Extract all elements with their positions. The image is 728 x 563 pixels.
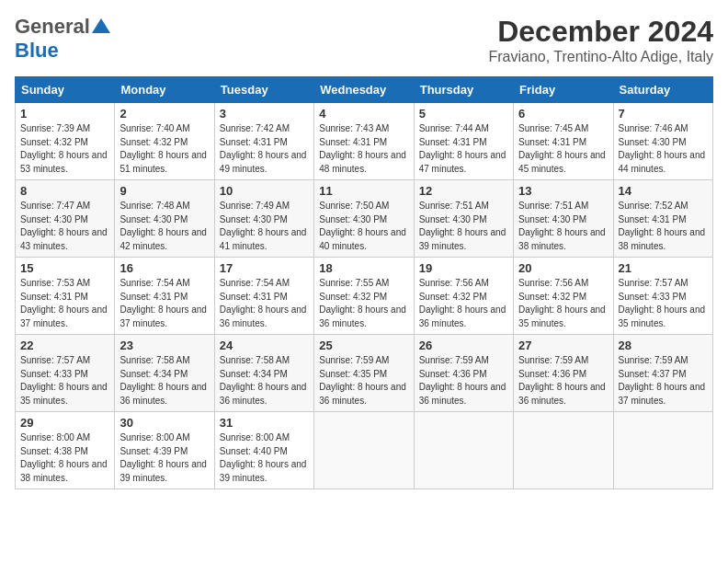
sunrise-text: Sunrise: 7:49 AM (220, 201, 290, 211)
calendar-header-row: Sunday Monday Tuesday Wednesday Thursday… (16, 77, 713, 103)
day-info: Sunrise: 7:53 AMSunset: 4:31 PMDaylight:… (20, 277, 109, 330)
table-row: 10Sunrise: 7:49 AMSunset: 4:30 PMDayligh… (214, 180, 313, 258)
daylight-text: Daylight: 8 hours and 44 minutes. (619, 150, 706, 174)
sunrise-text: Sunrise: 7:45 AM (518, 123, 588, 133)
table-row: 8Sunrise: 7:47 AMSunset: 4:30 PMDaylight… (16, 180, 115, 258)
sunrise-text: Sunrise: 7:52 AM (619, 201, 688, 211)
table-row: 30Sunrise: 8:00 AMSunset: 4:39 PMDayligh… (115, 412, 214, 489)
day-number: 1 (20, 107, 109, 121)
sunset-text: Sunset: 4:31 PM (518, 137, 586, 147)
sunset-text: Sunset: 4:32 PM (319, 292, 387, 302)
table-row: 1Sunrise: 7:39 AMSunset: 4:32 PMDaylight… (16, 103, 115, 180)
sunset-text: Sunset: 4:30 PM (119, 214, 188, 224)
sunset-text: Sunset: 4:30 PM (619, 137, 687, 147)
sunrise-text: Sunrise: 7:59 AM (319, 355, 389, 365)
day-number: 15 (20, 261, 109, 275)
table-row: 29Sunrise: 8:00 AMSunset: 4:38 PMDayligh… (16, 412, 115, 489)
day-number: 17 (220, 261, 309, 275)
col-monday: Monday (115, 77, 214, 103)
day-number: 18 (319, 261, 408, 275)
sunset-text: Sunset: 4:30 PM (220, 214, 288, 224)
day-number: 28 (619, 339, 708, 352)
sunset-text: Sunset: 4:31 PM (319, 137, 387, 147)
table-row (514, 412, 613, 489)
day-number: 16 (119, 261, 209, 275)
day-info: Sunrise: 7:54 AMSunset: 4:31 PMDaylight:… (119, 277, 209, 330)
sunset-text: Sunset: 4:34 PM (119, 369, 188, 379)
sunrise-text: Sunrise: 8:00 AM (20, 432, 90, 442)
table-row (314, 412, 414, 489)
daylight-text: Daylight: 8 hours and 36 minutes. (119, 382, 207, 406)
col-wednesday: Wednesday (314, 77, 414, 103)
day-number: 31 (220, 416, 309, 430)
sunset-text: Sunset: 4:36 PM (419, 369, 487, 379)
daylight-text: Daylight: 8 hours and 43 minutes. (20, 227, 108, 251)
daylight-text: Daylight: 8 hours and 53 minutes. (20, 150, 108, 174)
sunrise-text: Sunrise: 7:59 AM (518, 355, 588, 365)
sunset-text: Sunset: 4:30 PM (319, 214, 387, 224)
day-number: 6 (518, 107, 608, 121)
sunset-text: Sunset: 4:30 PM (518, 214, 586, 224)
table-row: 6Sunrise: 7:45 AMSunset: 4:31 PMDaylight… (514, 103, 613, 180)
daylight-text: Daylight: 8 hours and 38 minutes. (619, 227, 706, 251)
daylight-text: Daylight: 8 hours and 51 minutes. (119, 150, 207, 174)
table-row: 14Sunrise: 7:52 AMSunset: 4:31 PMDayligh… (613, 180, 712, 258)
sunrise-text: Sunrise: 7:40 AM (119, 123, 189, 133)
day-info: Sunrise: 7:58 AMSunset: 4:34 PMDaylight:… (119, 354, 209, 408)
table-row: 19Sunrise: 7:56 AMSunset: 4:32 PMDayligh… (414, 258, 513, 335)
table-row: 4Sunrise: 7:43 AMSunset: 4:31 PMDaylight… (314, 103, 414, 180)
day-number: 26 (419, 339, 508, 352)
daylight-text: Daylight: 8 hours and 35 minutes. (518, 304, 606, 328)
day-number: 21 (619, 261, 708, 275)
sunrise-text: Sunrise: 7:58 AM (220, 355, 290, 365)
page-title: December 2024 (488, 15, 713, 49)
col-friday: Friday (514, 77, 613, 103)
day-info: Sunrise: 7:45 AMSunset: 4:31 PMDaylight:… (518, 122, 608, 176)
table-row: 24Sunrise: 7:58 AMSunset: 4:34 PMDayligh… (214, 335, 313, 412)
table-row: 16Sunrise: 7:54 AMSunset: 4:31 PMDayligh… (115, 258, 214, 335)
col-thursday: Thursday (414, 77, 513, 103)
day-number: 30 (119, 416, 209, 430)
day-info: Sunrise: 7:56 AMSunset: 4:32 PMDaylight:… (518, 277, 608, 330)
daylight-text: Daylight: 8 hours and 49 minutes. (220, 150, 307, 174)
day-number: 27 (518, 339, 608, 352)
daylight-text: Daylight: 8 hours and 39 minutes. (220, 459, 307, 483)
table-row: 31Sunrise: 8:00 AMSunset: 4:40 PMDayligh… (214, 412, 313, 489)
sunrise-text: Sunrise: 7:42 AM (220, 123, 290, 133)
sunrise-text: Sunrise: 7:59 AM (419, 355, 489, 365)
sunset-text: Sunset: 4:31 PM (619, 214, 687, 224)
day-info: Sunrise: 7:58 AMSunset: 4:34 PMDaylight:… (220, 354, 309, 408)
table-row: 13Sunrise: 7:51 AMSunset: 4:30 PMDayligh… (514, 180, 613, 258)
page-subtitle: Fraviano, Trentino-Alto Adige, Italy (488, 49, 713, 65)
daylight-text: Daylight: 8 hours and 39 minutes. (419, 227, 506, 251)
daylight-text: Daylight: 8 hours and 36 minutes. (419, 382, 506, 406)
logo-blue: Blue (15, 39, 59, 62)
sunrise-text: Sunrise: 7:54 AM (119, 278, 189, 288)
week-row-2: 8Sunrise: 7:47 AMSunset: 4:30 PMDaylight… (16, 180, 713, 258)
day-info: Sunrise: 7:57 AMSunset: 4:33 PMDaylight:… (619, 277, 708, 330)
sunset-text: Sunset: 4:36 PM (518, 369, 586, 379)
sunrise-text: Sunrise: 7:59 AM (619, 355, 688, 365)
day-info: Sunrise: 7:59 AMSunset: 4:35 PMDaylight:… (319, 354, 408, 408)
sunrise-text: Sunrise: 7:47 AM (20, 201, 90, 211)
day-info: Sunrise: 7:51 AMSunset: 4:30 PMDaylight:… (419, 200, 508, 253)
daylight-text: Daylight: 8 hours and 47 minutes. (419, 150, 506, 174)
logo-triangle-icon (92, 17, 110, 35)
sunrise-text: Sunrise: 7:46 AM (619, 123, 688, 133)
day-number: 20 (518, 261, 608, 275)
svg-marker-0 (92, 18, 110, 33)
table-row: 12Sunrise: 7:51 AMSunset: 4:30 PMDayligh… (414, 180, 513, 258)
day-info: Sunrise: 7:59 AMSunset: 4:36 PMDaylight:… (419, 354, 508, 408)
table-row: 20Sunrise: 7:56 AMSunset: 4:32 PMDayligh… (514, 258, 613, 335)
sunrise-text: Sunrise: 7:51 AM (518, 201, 588, 211)
day-number: 12 (419, 184, 508, 198)
table-row: 27Sunrise: 7:59 AMSunset: 4:36 PMDayligh… (514, 335, 613, 412)
daylight-text: Daylight: 8 hours and 38 minutes. (20, 459, 108, 483)
sunset-text: Sunset: 4:31 PM (419, 137, 487, 147)
day-number: 14 (619, 184, 708, 198)
sunrise-text: Sunrise: 7:48 AM (119, 201, 189, 211)
day-info: Sunrise: 7:50 AMSunset: 4:30 PMDaylight:… (319, 200, 408, 253)
sunrise-text: Sunrise: 7:57 AM (20, 355, 90, 365)
day-info: Sunrise: 7:48 AMSunset: 4:30 PMDaylight:… (119, 200, 209, 253)
table-row: 9Sunrise: 7:48 AMSunset: 4:30 PMDaylight… (115, 180, 214, 258)
